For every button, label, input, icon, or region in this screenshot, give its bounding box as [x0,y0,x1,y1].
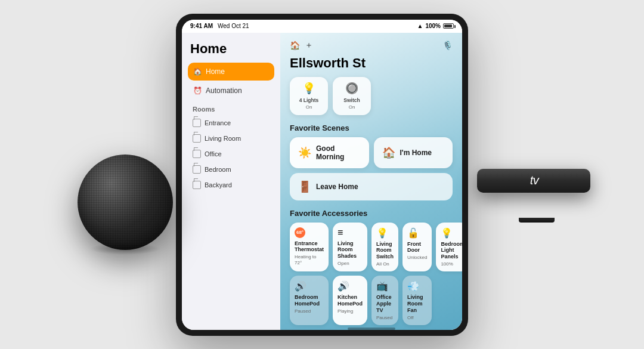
ipad-device: 9:41 AM Wed Oct 21 ▲ 100% Home [176,14,468,336]
good-morning-icon: ☀️ [298,146,311,159]
quick-tiles: 💡 4 Lights On 🔘 Switch On [290,77,453,115]
accessory-bedroom-lights[interactable]: 💡 Bedroom Light Panels 100% [436,223,462,272]
sidebar-item-backyard[interactable]: Backyard [188,177,274,193]
top-nav-left: 🏠 ＋ [290,40,313,51]
good-morning-label: Good Morning [316,144,361,161]
status-left: 9:41 AM Wed Oct 21 [190,23,249,29]
status-right: ▲ 100% [417,23,454,29]
homepod-body [78,155,173,250]
accessory-bedroom-homepod[interactable]: 🔊 Bedroom HomePod Paused [290,276,329,325]
home-indicator [348,328,395,329]
lights-tile-sub: On [306,104,312,110]
accessory-lr-fan[interactable]: 💨 Living Room Fan Off [402,276,432,325]
switch-tile[interactable]: 🔘 Switch On [333,77,371,115]
home-location-title: Ellsworth St [290,55,453,71]
front-door-name: Front Door [407,241,427,254]
bedroom-lights-status: 100% [441,261,462,267]
add-icon[interactable]: ＋ [305,40,313,51]
accessory-office-appletv[interactable]: 📺 Office Apple TV Paused [371,276,398,325]
lr-switch-status: All On [376,261,394,267]
accessories-section-title: Favorite Accessories [290,209,453,218]
automation-icon: ⏰ [193,86,202,95]
im-home-icon: 🏠 [382,146,395,159]
lights-tile-icon: 💡 [302,82,315,95]
kitchen-homepod-status: Playing [338,308,363,314]
leave-home-icon: 🚪 [298,180,311,193]
sidebar-item-entrance[interactable]: Entrance [188,115,274,131]
shades-icon: ≡ [338,227,363,238]
apple-tv-device: tv [477,163,596,223]
entrance-room-icon [193,119,201,127]
main-panel: 🏠 ＋ 🎙️ Ellsworth St 💡 4 Lights On [280,33,462,330]
office-appletv-name: Office Apple TV [376,294,394,313]
scenes-grid: ☀️ Good Morning 🏠 I'm Home [290,137,453,168]
sidebar: Home 🏠 Home ⏰ Automation Rooms Entrance [182,33,280,330]
bedroom-label: Bedroom [205,166,231,173]
front-door-status: Unlocked [407,255,427,261]
sidebar-automation-label: Automation [206,87,242,95]
scenes-section-title: Favorite Scenes [290,123,453,132]
sidebar-item-automation[interactable]: ⏰ Automation [188,82,274,100]
home-icon: 🏠 [193,67,202,76]
accessories-grid: 68° Entrance Thermostat Heating to 72° ≡… [290,223,453,326]
bedroom-lights-icon: 💡 [441,227,462,239]
homepod-shadow [89,243,161,255]
sidebar-item-bedroom[interactable]: Bedroom [188,162,274,177]
lights-tile[interactable]: 💡 4 Lights On [290,77,328,115]
leave-home-label: Leave Home [316,183,358,191]
sidebar-title: Home [188,41,274,57]
bedroom-homepod-icon: 🔊 [295,280,324,292]
bedroom-homepod-status: Paused [295,308,324,314]
homepod-mini [72,143,179,250]
wifi-icon: ▲ [417,23,423,29]
switch-tile-icon: 🔘 [345,82,358,95]
sidebar-item-office[interactable]: Office [188,146,274,162]
kitchen-homepod-icon: 🔊 [338,280,363,292]
sidebar-home-label: Home [206,67,225,76]
homepod-mesh [78,155,173,250]
voice-icon[interactable]: 🎙️ [442,41,453,50]
battery-text: 100% [425,23,441,29]
bedroom-lights-name: Bedroom Light Panels [441,241,462,260]
scene-im-home[interactable]: 🏠 I'm Home [374,137,453,168]
status-bar: 9:41 AM Wed Oct 21 ▲ 100% [182,20,462,33]
livingroom-label: Living Room [205,135,241,142]
lr-fan-name: Living Room Fan [407,294,427,313]
backyard-room-icon [193,181,201,189]
bedroom-room-icon [193,165,201,174]
apple-tv-label: tv [530,174,539,187]
thermostat-status: Heating to 72° [295,254,324,265]
apple-tv-base [519,218,555,223]
lr-switch-name: Living Room Switch [376,241,394,260]
top-nav: 🏠 ＋ 🎙️ [290,40,453,51]
lr-switch-icon: 💡 [376,227,394,239]
thermostat-name: Entrance Thermostat [295,240,324,254]
lr-fan-status: Off [407,315,427,321]
lights-tile-label: 4 Lights [299,97,319,103]
sidebar-item-livingroom[interactable]: Living Room [188,131,274,146]
home-nav-icon[interactable]: 🏠 [290,41,300,50]
entrance-label: Entrance [205,119,231,126]
accessory-lr-switch[interactable]: 💡 Living Room Switch All On [371,223,398,272]
office-room-icon [193,150,201,158]
scene-good-morning[interactable]: ☀️ Good Morning [290,137,369,168]
main-scene: 9:41 AM Wed Oct 21 ▲ 100% Home [0,0,644,349]
accessory-front-door[interactable]: 🔓 Front Door Unlocked [402,223,432,272]
ipad-screen: 9:41 AM Wed Oct 21 ▲ 100% Home [182,20,462,330]
office-appletv-icon: 📺 [376,280,394,292]
ipad-content: Home 🏠 Home ⏰ Automation Rooms Entrance [182,33,462,330]
backyard-label: Backyard [205,181,232,189]
status-date: Wed Oct 21 [218,23,249,29]
status-time: 9:41 AM [190,23,213,29]
livingroom-room-icon [193,134,201,143]
accessory-kitchen-homepod[interactable]: 🔊 Kitchen HomePod Playing [333,276,367,325]
thermostat-badge: 68° [295,227,305,238]
accessory-thermostat[interactable]: 68° Entrance Thermostat Heating to 72° [290,223,329,272]
apple-tv-body: tv [477,169,590,193]
shades-status: Open [338,261,363,267]
office-label: Office [205,150,222,157]
accessory-shades[interactable]: ≡ Living Room Shades Open [333,223,367,272]
sidebar-item-home[interactable]: 🏠 Home [188,63,274,81]
scene-leave-home[interactable]: 🚪 Leave Home [290,173,453,200]
kitchen-homepod-name: Kitchen HomePod [338,294,363,307]
